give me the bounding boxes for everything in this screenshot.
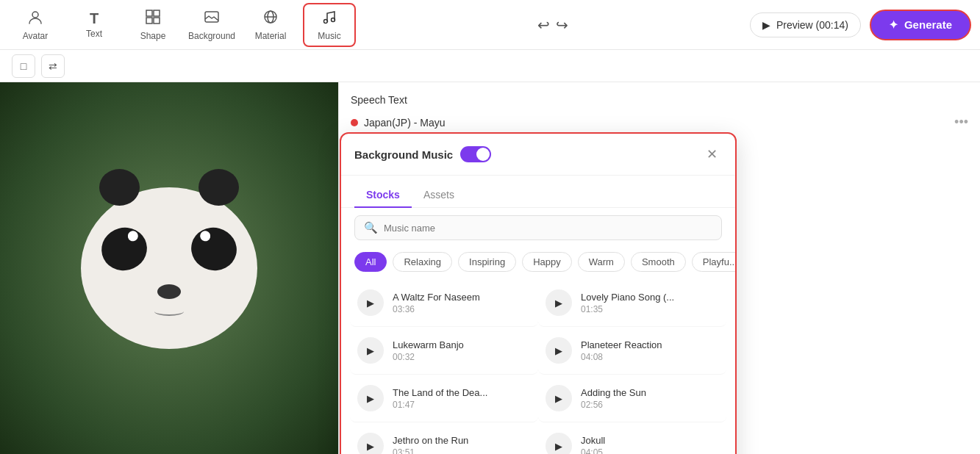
redo-button[interactable]: ↪ [556,16,568,34]
panda-eye-left [97,223,152,275]
voice-more-button[interactable]: ••• [954,115,968,130]
panda-face [81,187,257,349]
tab-stocks[interactable]: Stocks [354,183,412,208]
toolbar-item-shape[interactable]: Shape [126,3,179,47]
modal-close-button[interactable]: ✕ [701,144,722,165]
svg-rect-1 [146,10,152,16]
background-label: Background [188,31,235,41]
music-duration-6: 03:51 [393,447,531,455]
filter-all[interactable]: All [354,252,387,272]
modal-header: Background Music ✕ [341,134,735,176]
music-name-1: Lovely Piano Song (... [581,292,719,303]
modal-title-row: Background Music [354,146,491,162]
generate-icon: ✦ [889,18,898,32]
toolbar-item-avatar[interactable]: Avatar [9,3,62,47]
music-info-0: A Waltz For Naseem 03:36 [393,292,531,314]
panda-ear-right [198,169,239,206]
music-item-5[interactable]: ▶ Adding the Sun 02:56 [538,375,726,422]
preview-play-icon: ▶ [762,19,770,31]
filter-warm[interactable]: Warm [578,252,625,272]
filter-happy[interactable]: Happy [522,252,572,272]
canvas-area [0,82,338,454]
panda-mouth [154,307,184,316]
filter-inspiring[interactable]: Inspiring [458,252,516,272]
voice-row: Japan(JP) - Mayu ••• [351,115,968,130]
music-info-2: Lukewarm Banjo 00:32 [393,339,531,362]
tab-assets[interactable]: Assets [412,183,466,208]
text-icon: T [90,11,99,26]
search-icon: 🔍 [364,221,378,234]
music-item-7[interactable]: ▶ Jokull 04:05 [538,422,726,454]
music-duration-5: 02:56 [581,400,719,410]
toolbar-item-music[interactable]: Music [303,3,356,47]
play-button-4[interactable]: ▶ [357,385,384,411]
voice-dot [351,119,358,126]
sub-toolbar: □ ⇄ [0,50,980,82]
music-duration-2: 00:32 [393,352,531,362]
undo-button[interactable]: ↩ [537,16,550,34]
speech-text-heading: Speech Text [351,94,407,106]
search-box: 🔍 [354,215,722,240]
music-item-0[interactable]: ▶ A Waltz For Naseem 03:36 [350,279,538,327]
music-info-3: Planeteer Reaction 04:08 [581,339,719,362]
music-name-3: Planeteer Reaction [581,339,719,350]
music-duration-3: 04:08 [581,352,719,362]
music-icon [321,9,337,28]
svg-point-0 [32,12,38,18]
toolbar-item-background[interactable]: Background [185,3,238,47]
music-item-3[interactable]: ▶ Planeteer Reaction 04:08 [538,327,726,375]
search-row: 🔍 [341,208,735,248]
music-info-7: Jokull 04:05 [581,435,719,455]
music-item-4[interactable]: ▶ The Land of the Dea... 01:47 [350,375,538,422]
modal-title: Background Music [354,148,453,161]
play-button-5[interactable]: ▶ [546,385,572,411]
toolbar-right: ▶ Preview (00:14) ✦ Generate [750,10,971,40]
play-button-7[interactable]: ▶ [546,433,572,454]
play-button-0[interactable]: ▶ [357,289,384,316]
play-button-2[interactable]: ▶ [357,337,384,364]
shape-label: Shape [140,31,166,41]
text-label: Text [86,29,102,39]
music-duration-7: 04:05 [581,447,719,455]
music-duration-1: 01:35 [581,304,719,314]
filter-smooth[interactable]: Smooth [631,252,686,272]
music-duration-0: 03:36 [393,304,531,314]
preview-button[interactable]: ▶ Preview (00:14) [750,12,861,37]
filter-playful[interactable]: Playfu... [692,252,735,272]
toolbar-item-material[interactable]: Material [244,3,297,47]
avatar-label: Avatar [23,31,48,41]
svg-rect-3 [146,18,152,24]
background-icon [204,9,220,28]
shape-icon [145,9,161,28]
music-name-0: A Waltz For Naseem [393,292,531,303]
toolbar-tools: Avatar T Text Shape [9,3,356,47]
sub-btn-square[interactable]: □ [12,54,35,78]
svg-rect-4 [154,18,160,24]
svg-point-9 [324,19,328,23]
generate-label: Generate [904,18,952,31]
play-button-1[interactable]: ▶ [546,289,572,316]
music-toggle[interactable] [460,146,491,162]
svg-point-10 [332,18,335,21]
music-item-2[interactable]: ▶ Lukewarm Banjo 00:32 [350,327,538,375]
play-button-6[interactable]: ▶ [357,433,384,454]
music-item-1[interactable]: ▶ Lovely Piano Song (... 01:35 [538,279,726,327]
music-name-4: The Land of the Dea... [393,387,531,398]
material-icon [262,9,279,28]
music-item-6[interactable]: ▶ Jethro on the Run 03:51 [350,422,538,454]
filter-relaxing[interactable]: Relaxing [393,252,452,272]
play-button-3[interactable]: ▶ [546,337,572,364]
toggle-knob [476,148,490,161]
music-duration-4: 01:47 [393,400,531,410]
preview-label: Preview (00:14) [776,19,848,31]
canvas-background [0,82,338,454]
panda-nose [157,284,181,299]
music-name-6: Jethro on the Run [393,435,531,446]
music-search-input[interactable] [384,223,712,234]
main-content: Speech Text Japan(JP) - Mayu ••• Speed −… [0,82,980,454]
generate-button[interactable]: ✦ Generate [870,10,971,40]
toolbar-item-text[interactable]: T Text [68,3,121,47]
music-label: Music [318,31,340,41]
music-info-5: Adding the Sun 02:56 [581,387,719,410]
sub-btn-swap[interactable]: ⇄ [41,54,65,78]
